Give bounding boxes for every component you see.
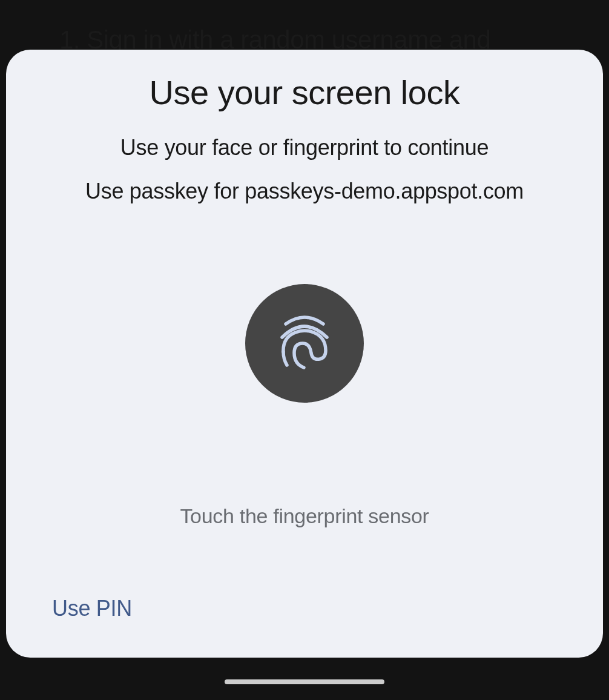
fingerprint-icon: [277, 314, 332, 372]
use-pin-button[interactable]: Use PIN: [52, 596, 132, 621]
navigation-bar-handle[interactable]: [225, 679, 384, 684]
screen-lock-dialog: Use your screen lock Use your face or fi…: [6, 50, 603, 658]
dialog-subtitle: Use your face or fingerprint to continue: [120, 135, 489, 160]
passkey-domain-text: Use passkey for passkeys-demo.appspot.co…: [85, 179, 524, 204]
fingerprint-sensor[interactable]: [245, 284, 364, 403]
fingerprint-instruction: Touch the fingerprint sensor: [180, 504, 429, 528]
dialog-title: Use your screen lock: [150, 73, 460, 112]
